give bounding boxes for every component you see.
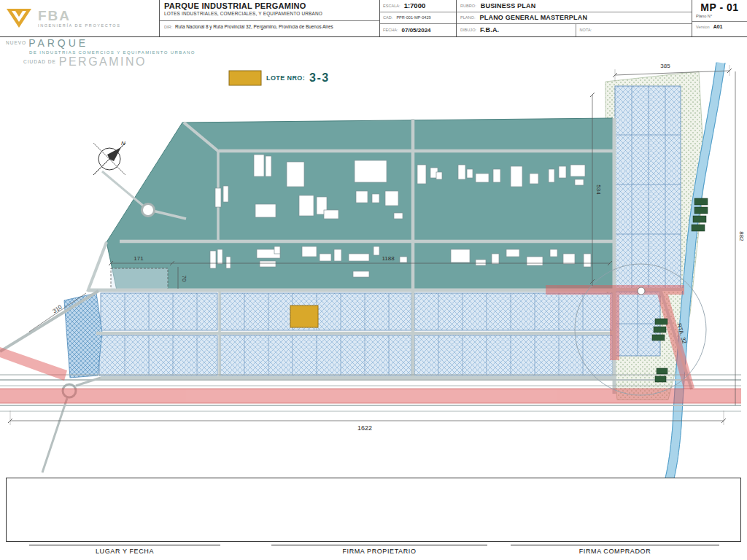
dim-534: 534 bbox=[595, 184, 602, 195]
north-arrow-icon: N bbox=[93, 140, 125, 175]
signature-label: FIRMA COMPRADOR bbox=[579, 548, 651, 555]
city-prefix: CIUDAD DE bbox=[23, 59, 56, 64]
signature-line-comprador: FIRMA COMPRADOR bbox=[511, 545, 719, 555]
signature-label: LUGAR Y FECHA bbox=[96, 548, 154, 555]
fecha-value: 07/05/2024 bbox=[402, 27, 431, 34]
dim-171: 171 bbox=[133, 255, 144, 262]
escala-label: ESCALA: bbox=[383, 4, 400, 8]
logo-cell: FBA INGENIERÍA DE PROYECTOS bbox=[0, 0, 159, 36]
sheet-cell: MP - 01 Plano N° Version A01 bbox=[692, 0, 747, 36]
brand-tagline: INGENIERÍA DE PROYECTOS bbox=[38, 23, 120, 28]
roundabout bbox=[142, 204, 155, 217]
masterplan-drawing: N 385 534 882 171 70 1188 310 1622 RTA. … bbox=[0, 0, 747, 560]
lot-swatch-icon bbox=[228, 70, 262, 86]
road-node-marker bbox=[638, 287, 645, 295]
pond bbox=[64, 293, 102, 378]
legend-label: LOTE NRO: bbox=[266, 74, 305, 82]
signature-line-propietario: FIRMA PROPIETARIO bbox=[271, 545, 487, 555]
dim-70: 70 bbox=[181, 276, 187, 282]
project-cell: PARQUE INDUSTRIAL PERGAMINO LOTES INDUST… bbox=[159, 0, 379, 36]
dim-1188: 1188 bbox=[382, 255, 395, 262]
drawing-sheet: N 385 534 882 171 70 1188 310 1622 RTA. … bbox=[0, 0, 747, 560]
plano-value: PLANO GENERAL MASTERPLAN bbox=[480, 14, 588, 21]
signature-line-lugar-fecha: LUGAR Y FECHA bbox=[29, 545, 220, 555]
highlighted-lot-3-3[interactable] bbox=[290, 306, 318, 327]
cad-label: CAD: bbox=[383, 15, 392, 20]
dibujo-label: DIBUJO: bbox=[460, 28, 476, 32]
svg-text:N: N bbox=[121, 140, 125, 147]
heading-line2: DE INDUSTRIAS COMERCIOS Y EQUIPAMIENTO U… bbox=[29, 50, 196, 55]
dir-value: Ruta Nacional 8 y Ruta Provincial 32, Pe… bbox=[175, 24, 333, 29]
heading-title: PARQUE bbox=[28, 37, 88, 49]
notes-box bbox=[6, 478, 741, 542]
escala-value: 1:7000 bbox=[404, 1, 426, 9]
legend-lot-number: 3-3 bbox=[309, 71, 330, 85]
version-value: A01 bbox=[713, 24, 723, 29]
version-label: Version bbox=[696, 25, 710, 29]
project-subtitle: LOTES INDUSTRIALES, COMERCIALES, Y EQUIP… bbox=[164, 11, 375, 16]
dim-1622: 1622 bbox=[357, 424, 372, 432]
project-title: PARQUE INDUSTRIAL PERGAMINO bbox=[164, 1, 375, 10]
dir-label: DIR: bbox=[164, 25, 172, 29]
project-heading: NUEVOPARQUE DE INDUSTRIAS COMERCIOS Y EQ… bbox=[4, 36, 196, 69]
dim-882: 882 bbox=[738, 231, 745, 241]
lot-legend: LOTE NRO: 3-3 bbox=[228, 70, 330, 86]
rubro-label: RUBRO: bbox=[460, 4, 476, 8]
signature-label: FIRMA PROPIETARIO bbox=[342, 548, 416, 555]
dashed-lot bbox=[111, 268, 168, 290]
nota-label: NOTA: bbox=[580, 28, 592, 32]
title-block: FBA INGENIERÍA DE PROYECTOS PARQUE INDUS… bbox=[0, 0, 747, 37]
dim-385: 385 bbox=[660, 63, 670, 69]
fecha-label: FECHA: bbox=[383, 28, 398, 32]
meta-cell: ESCALA: 1:7000 CAD: PPR-001-MP-0429 FECH… bbox=[379, 0, 456, 36]
heading-prefix: NUEVO bbox=[6, 40, 26, 45]
rubro-value: BUSINESS PLAN bbox=[481, 2, 536, 9]
plan-cell: RUBRO: BUSINESS PLAN PLANO: PLANO GENERA… bbox=[456, 0, 692, 36]
dibujo-value: F.B.A. bbox=[480, 26, 499, 34]
sheet-number-label: Plano N° bbox=[692, 14, 747, 18]
sheet-code: MP - 01 bbox=[692, 1, 747, 13]
fba-logo-icon bbox=[6, 8, 32, 28]
plano-label: PLANO: bbox=[460, 15, 476, 20]
cad-value: PPR-001-MP-0429 bbox=[396, 15, 430, 20]
brand-name: FBA bbox=[38, 9, 120, 23]
city-name: PERGAMINO bbox=[59, 55, 147, 68]
